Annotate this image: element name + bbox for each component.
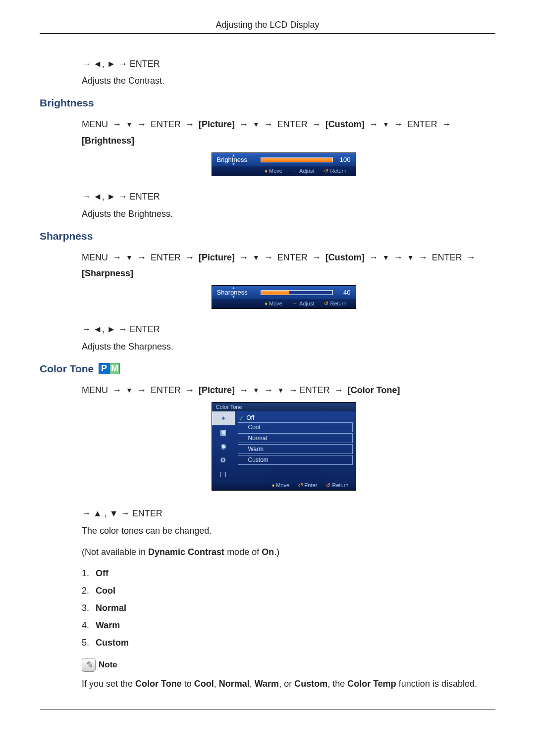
- brightness-osd: ▲ Brightness ▼ 100 ♦Move ↔Adjust ↺Return: [212, 152, 356, 176]
- osd-hint-enter: ⏎Enter: [298, 482, 317, 489]
- list-item: 1.Off: [82, 568, 485, 579]
- section-title-brightness: Brightness: [40, 97, 495, 109]
- sharpness-menu-path: MENU → ▼ → ENTER → [Picture] → ▼ → ENTER…: [82, 250, 485, 282]
- brightness-osd-label: ▲ Brightness ▼: [217, 156, 257, 163]
- colortone-osd: Color Tone ✦ ▣ ◉ ⚙ ▤ Off Cool Normal War…: [212, 402, 356, 491]
- colortone-option-cool[interactable]: Cool: [238, 422, 353, 432]
- section-title-sharpness: Sharpness: [40, 230, 495, 242]
- badge-p-icon: P: [99, 363, 109, 374]
- osd-tab-input-icon[interactable]: ▣: [212, 425, 235, 439]
- note-icon: ✎: [82, 658, 96, 672]
- sharpness-value: 40: [337, 289, 351, 296]
- list-item: 2.Cool: [82, 586, 485, 596]
- colortone-note-text: If you set the Color Tone to Cool, Norma…: [82, 679, 485, 689]
- section-title-colortone: Color Tone PM: [40, 363, 495, 375]
- colortone-option-custom[interactable]: Custom: [238, 455, 353, 465]
- osd-hint-move: ♦Move: [265, 301, 282, 307]
- badge-m-icon: M: [109, 363, 120, 374]
- colortone-option-warm[interactable]: Warm: [238, 444, 353, 454]
- colortone-nav-after: → ▲ , ▼ → ENTER: [82, 505, 485, 521]
- list-item: 3.Normal: [82, 603, 485, 613]
- sharpness-osd-label: ▲ Sharpness ▼: [217, 289, 257, 296]
- colortone-option-off[interactable]: Off: [238, 414, 353, 421]
- colortone-desc1: The color tones can be changed.: [82, 526, 485, 536]
- osd-hint-move: ♦Move: [265, 168, 282, 174]
- colortone-list: 1.Off 2.Cool 3.Normal 4.Warm 5.Custom: [82, 568, 485, 648]
- osd-tab-picture-icon[interactable]: ✦: [212, 411, 235, 425]
- osd-hint-adjust: ↔Adjust: [292, 301, 315, 307]
- osd-tab-setup-icon[interactable]: ⚙: [212, 453, 235, 467]
- colortone-osd-title: Color Tone: [212, 403, 356, 411]
- osd-tab-multi-icon[interactable]: ▤: [212, 467, 235, 481]
- osd-hint-return: ↺Return: [324, 168, 346, 174]
- osd-hint-adjust: ↔Adjust: [292, 168, 315, 174]
- sharpness-osd: ▲ Sharpness ▼ 40 ♦Move ↔Adjust ↺Return: [212, 285, 356, 309]
- list-item: 4.Warm: [82, 620, 485, 631]
- sharpness-nav-after: → ◄, ► → ENTER: [82, 321, 485, 337]
- brightness-slider[interactable]: [261, 157, 333, 162]
- colortone-option-normal[interactable]: Normal: [238, 433, 353, 443]
- list-item: 5.Custom: [82, 638, 485, 648]
- osd-hint-return: ↺Return: [324, 301, 346, 307]
- brightness-nav-after: → ◄, ► → ENTER: [82, 189, 485, 204]
- sharpness-description: Adjusts the Sharpness.: [82, 342, 485, 352]
- brightness-menu-path: MENU → ▼ → ENTER → [Picture] → ▼ → ENTER…: [82, 116, 485, 149]
- osd-hint-return: ↺Return: [326, 482, 348, 489]
- osd-tab-sound-icon[interactable]: ◉: [212, 439, 235, 453]
- footer-rule: [40, 709, 495, 709]
- colortone-desc2: (Not available in Dynamic Contrast mode …: [82, 547, 485, 557]
- sharpness-slider[interactable]: [261, 290, 333, 295]
- page: Adjusting the LCD Display → ◄, ► → ENTER…: [0, 0, 535, 739]
- osd-hint-move: ♦Move: [272, 482, 290, 489]
- brightness-description: Adjusts the Brightness.: [82, 209, 485, 219]
- brightness-value: 100: [337, 156, 351, 163]
- note-label: Note: [99, 660, 117, 670]
- contrast-description: Adjusts the Contrast.: [82, 76, 485, 86]
- colortone-menu-path: MENU → ▼ → ENTER → [Picture] → ▼ → ▼ →EN…: [82, 382, 485, 398]
- contrast-nav-after: → ◄, ► → ENTER: [82, 56, 485, 72]
- page-header: Adjusting the LCD Display: [40, 20, 495, 34]
